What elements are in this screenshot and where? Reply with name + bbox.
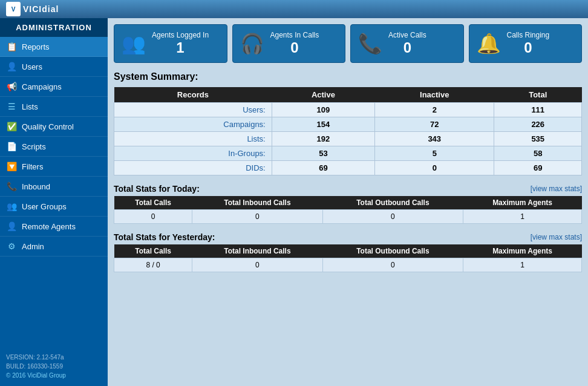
summary-header-records: Records: [114, 87, 272, 103]
summary-row-inactive: 2: [375, 103, 494, 117]
today-outbound-calls: 0: [322, 210, 463, 224]
stats-yesterday-section: Total Stats for Yesterday: [view max sta…: [114, 232, 582, 272]
calls-ringing-value: 0: [507, 39, 550, 56]
sidebar-item-inbound[interactable]: 📞 Inbound: [0, 177, 108, 197]
admin-icon: ⚙: [6, 241, 17, 252]
yesterday-header-max-agents: Maximum Agents: [463, 244, 582, 258]
yesterday-header-outbound: Total Outbound Calls: [322, 244, 463, 258]
copyright-link[interactable]: © 2016 ViciDial Group: [6, 372, 66, 379]
summary-row-label: DIDs:: [114, 161, 272, 175]
stats-yesterday-title: Total Stats for Yesterday:: [114, 232, 215, 242]
active-calls-icon: 📞: [358, 32, 382, 55]
top-bar: V VICIdial: [0, 0, 588, 18]
summary-row-label: Lists:: [114, 132, 272, 146]
lists-icon: ☰: [6, 101, 17, 112]
sidebar-item-campaigns[interactable]: 📢 Campaigns: [0, 77, 108, 97]
agents-logged-in-value: 1: [152, 39, 209, 56]
sidebar-footer: VERSION: 2.12-547a BUILD: 160330-1559 © …: [0, 347, 108, 386]
stats-today-section: Total Stats for Today: [view max stats] …: [114, 184, 582, 224]
version-text: VERSION: 2.12-547a: [6, 353, 102, 362]
sidebar-item-user-groups[interactable]: 👥 User Groups: [0, 197, 108, 217]
summary-row-inactive: 343: [375, 132, 494, 146]
agents-logged-in-label: Agents Logged In: [152, 31, 209, 39]
sidebar-item-scripts[interactable]: 📄 Scripts: [0, 137, 108, 157]
today-header-total-calls: Total Calls: [114, 196, 192, 210]
inbound-icon: 📞: [6, 181, 17, 192]
sidebar-label-user-groups: User Groups: [22, 202, 67, 211]
summary-row-inactive: 0: [375, 161, 494, 175]
reports-icon: 📋: [6, 41, 17, 52]
calls-ringing-label: Calls Ringing: [507, 31, 550, 39]
summary-row-total: 226: [494, 117, 582, 132]
agents-logged-in-icon: 👥: [122, 32, 146, 55]
logo-icon: V: [6, 2, 21, 16]
summary-header-active: Active: [272, 87, 374, 103]
quality-control-icon: ✅: [6, 121, 17, 132]
summary-row-total: 535: [494, 132, 582, 146]
stats-today-view-max[interactable]: [view max stats]: [531, 185, 582, 193]
sidebar-label-remote-agents: Remote Agents: [22, 222, 76, 231]
yesterday-inbound-calls: 0: [192, 258, 322, 272]
summary-row: Users: 109 2 111: [114, 103, 582, 117]
summary-row-active: 109: [272, 103, 374, 117]
agents-logged-in-card: 👥 Agents Logged In 1: [114, 24, 227, 63]
stats-today-table: Total Calls Total Inbound Calls Total Ou…: [114, 196, 582, 224]
summary-row: Lists: 192 343 535: [114, 132, 582, 146]
sidebar-item-filters[interactable]: 🔽 Filters: [0, 157, 108, 177]
summary-row-label: Campaigns:: [114, 117, 272, 132]
summary-header-total: Total: [494, 87, 582, 103]
remote-agents-icon: 👤: [6, 221, 17, 232]
sidebar-item-users[interactable]: 👤 Users: [0, 57, 108, 77]
sidebar-label-campaigns: Campaigns: [22, 82, 62, 91]
stats-yesterday-view-max[interactable]: [view max stats]: [531, 233, 582, 241]
agents-in-calls-card: 🎧 Agents In Calls 0: [232, 24, 346, 63]
summary-row-inactive: 72: [375, 117, 494, 132]
yesterday-total-calls: 8 / 0: [114, 258, 192, 272]
sidebar-item-remote-agents[interactable]: 👤 Remote Agents: [0, 217, 108, 237]
yesterday-header-inbound: Total Inbound Calls: [192, 244, 322, 258]
stats-yesterday-table: Total Calls Total Inbound Calls Total Ou…: [114, 244, 582, 272]
sidebar-label-scripts: Scripts: [22, 142, 46, 151]
active-calls-value: 0: [388, 39, 426, 56]
sidebar-item-lists[interactable]: ☰ Lists: [0, 97, 108, 117]
sidebar-label-inbound: Inbound: [22, 182, 50, 191]
summary-header-inactive: Inactive: [375, 87, 494, 103]
yesterday-max-agents: 1: [463, 258, 582, 272]
active-calls-label: Active Calls: [388, 31, 426, 39]
system-summary-title: System Summary:: [114, 71, 582, 82]
sidebar-label-quality-control: Quality Control: [22, 122, 74, 131]
sidebar-title: ADMINISTRATION: [0, 18, 108, 37]
summary-row-total: 69: [494, 161, 582, 175]
calls-ringing-card: 🔔 Calls Ringing 0: [469, 24, 583, 63]
summary-row-total: 111: [494, 103, 582, 117]
sidebar-item-reports[interactable]: 📋 Reports: [0, 37, 108, 57]
today-inbound-calls: 0: [192, 210, 322, 224]
stats-cards: 👥 Agents Logged In 1 🎧 Agents In Calls 0…: [114, 24, 582, 63]
sidebar-label-reports: Reports: [22, 42, 50, 51]
agents-in-calls-label: Agents In Calls: [270, 31, 319, 39]
summary-row-total: 58: [494, 146, 582, 161]
filters-icon: 🔽: [6, 161, 17, 172]
summary-row: DIDs: 69 0 69: [114, 161, 582, 175]
today-header-outbound: Total Outbound Calls: [322, 196, 463, 210]
today-header-max-agents: Maximum Agents: [463, 196, 582, 210]
sidebar-label-filters: Filters: [22, 162, 43, 171]
stats-today-row: 0 0 0 1: [114, 210, 582, 224]
agents-in-calls-value: 0: [270, 39, 319, 56]
sidebar-item-admin[interactable]: ⚙ Admin: [0, 237, 108, 257]
user-groups-icon: 👥: [6, 201, 17, 212]
today-header-inbound: Total Inbound Calls: [192, 196, 322, 210]
sidebar-item-quality-control[interactable]: ✅ Quality Control: [0, 117, 108, 137]
yesterday-outbound-calls: 0: [322, 258, 463, 272]
today-total-calls: 0: [114, 210, 192, 224]
stats-today-title: Total Stats for Today:: [114, 184, 200, 194]
system-summary: System Summary: Records Active Inactive …: [114, 71, 582, 175]
today-max-agents: 1: [463, 210, 582, 224]
summary-row-active: 69: [272, 161, 374, 175]
summary-row: Campaigns: 154 72 226: [114, 117, 582, 132]
campaigns-icon: 📢: [6, 81, 17, 92]
summary-row: In-Groups: 53 5 58: [114, 146, 582, 161]
summary-row-active: 154: [272, 117, 374, 132]
logo: V VICIdial: [6, 2, 59, 16]
sidebar-label-users: Users: [22, 62, 42, 71]
